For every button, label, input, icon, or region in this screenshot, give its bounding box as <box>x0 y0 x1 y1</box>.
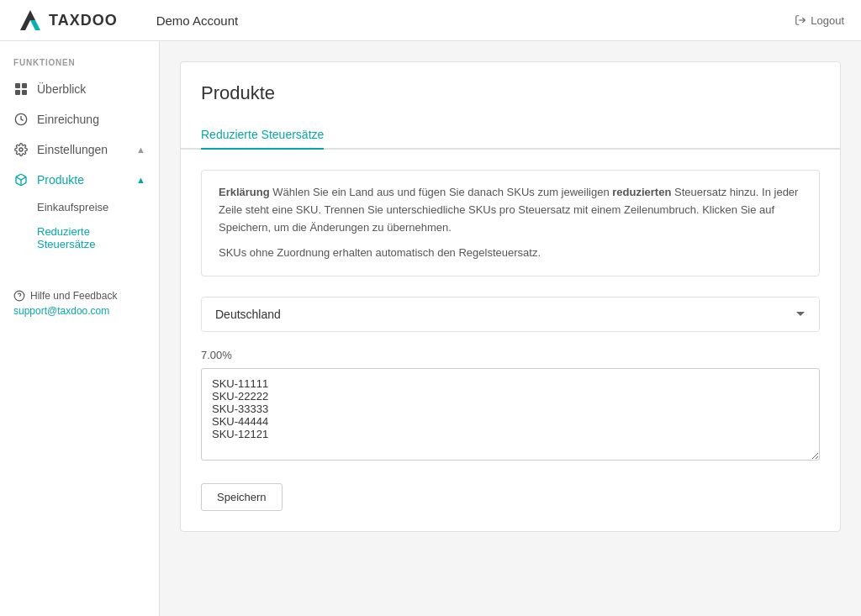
svg-rect-3 <box>15 83 20 88</box>
sidebar-label-einreichung: Einreichung <box>37 113 99 126</box>
svg-marker-1 <box>30 20 40 30</box>
sidebar-item-ueberblick[interactable]: Überblick <box>0 74 159 104</box>
help-label: Hilfe und Feedback <box>30 290 117 302</box>
help-feedback: Hilfe und Feedback <box>13 290 145 302</box>
svg-point-8 <box>19 148 23 151</box>
page-title: Produkte <box>201 82 820 104</box>
sidebar-label-produkte: Produkte <box>37 173 84 187</box>
header-left: TAXDOO Demo Account <box>17 7 238 34</box>
save-button-container: Speichern <box>201 463 820 511</box>
tab-reduzierte-steuersaetze[interactable]: Reduzierte Steuersätze <box>201 121 324 150</box>
country-dropdown[interactable]: Deutschland Österreich Frankreich Italie… <box>202 297 819 331</box>
layout: Funktionen Überblick Einreichung <box>0 41 861 616</box>
box-icon <box>13 172 29 187</box>
logo: TAXDOO <box>17 7 118 34</box>
main-content: Produkte Reduzierte Steuersätze Erklärun… <box>160 41 861 616</box>
info-line1: Erklärung Wählen Sie ein Land aus und fü… <box>219 184 802 236</box>
help-icon <box>13 290 25 302</box>
sidebar-item-einreichung[interactable]: Einreichung <box>0 104 159 134</box>
info-reduced-bold: reduzierten <box>612 186 671 198</box>
logout-button[interactable]: Logout <box>795 14 844 27</box>
sidebar-subitem-reduzierte-steuersaetze[interactable]: Reduzierte Steuersätze <box>37 219 159 256</box>
header: TAXDOO Demo Account Logout <box>0 0 861 41</box>
support-email[interactable]: support@taxdoo.com <box>13 305 145 317</box>
sidebar-label-einstellungen: Einstellungen <box>37 143 108 156</box>
sidebar-sub-produkte: Einkaufspreise Reduzierte Steuersätze <box>0 195 159 256</box>
sidebar-subitem-einkaufspreise[interactable]: Einkaufspreise <box>37 195 159 219</box>
svg-rect-4 <box>22 83 27 88</box>
content-card: Produkte Reduzierte Steuersätze Erklärun… <box>180 61 841 532</box>
svg-rect-6 <box>22 90 27 95</box>
sidebar-item-produkte[interactable]: Produkte ▲ <box>0 165 159 195</box>
sidebar-section-label: Funktionen <box>0 58 159 74</box>
sidebar: Funktionen Überblick Einreichung <box>0 41 160 616</box>
gear-icon <box>13 142 29 157</box>
info-box: Erklärung Wählen Sie ein Land aus und fü… <box>201 170 820 276</box>
logout-label: Logout <box>811 14 844 27</box>
save-button[interactable]: Speichern <box>201 483 283 511</box>
info-erklarung-label: Erklärung <box>219 186 270 198</box>
sidebar-item-einstellungen[interactable]: Einstellungen ▲ <box>0 134 159 165</box>
sku-textarea[interactable]: SKU-11111 SKU-22222 SKU-33333 SKU-44444 … <box>201 368 820 461</box>
taxdoo-logo-icon <box>17 7 44 34</box>
tax-rate-label: 7.00% <box>201 349 820 361</box>
sidebar-footer: Hilfe und Feedback support@taxdoo.com <box>0 273 159 334</box>
tabs: Reduzierte Steuersätze <box>181 121 840 150</box>
grid-icon <box>13 82 29 97</box>
info-text1: Wählen Sie ein Land aus und fügen Sie da… <box>272 186 612 198</box>
account-name: Demo Account <box>156 13 239 28</box>
einstellungen-chevron: ▲ <box>136 145 145 155</box>
svg-rect-5 <box>15 90 20 95</box>
logout-icon <box>795 14 806 26</box>
info-line2: SKUs ohne Zuordnung erhalten automatisch… <box>219 245 802 262</box>
clock-icon <box>13 112 29 127</box>
sidebar-label-ueberblick: Überblick <box>37 82 86 96</box>
country-dropdown-container: Deutschland Österreich Frankreich Italie… <box>201 297 820 332</box>
produkte-chevron: ▲ <box>136 175 145 185</box>
logo-text: TAXDOO <box>49 12 118 29</box>
